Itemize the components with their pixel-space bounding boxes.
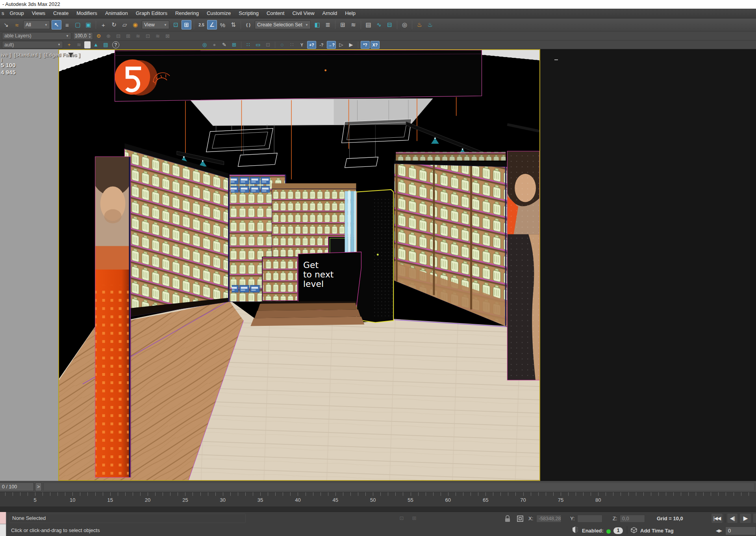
mirror-button[interactable]: ◧ <box>312 20 322 30</box>
time-slider-handle[interactable]: 0 / 100 <box>0 482 34 491</box>
selection-set-dropdown[interactable]: Create Selection Set▼ <box>255 20 311 29</box>
z-coordinate-field[interactable]: 0,0 <box>620 515 645 523</box>
filter-funnel-icon[interactable] <box>68 52 74 58</box>
display-stand[interactable]: Get to next level <box>250 252 364 326</box>
add-time-tag[interactable]: Add Time Tag <box>640 528 674 534</box>
frame-spinner-arrows[interactable]: ◀▶ <box>716 528 722 533</box>
working-pivot-button[interactable]: ◎ <box>200 41 209 49</box>
snaps-toggle-button[interactable]: 2.5 <box>196 20 206 30</box>
scene-canvas[interactable]: Get to next level <box>59 50 539 480</box>
capture-states-icon[interactable]: ⊡ <box>263 41 272 49</box>
snap-dash-icon[interactable]: -? <box>317 41 326 49</box>
layers-stack-icon[interactable]: ≋ <box>74 41 83 49</box>
named-selection-sets-button[interactable]: { } <box>243 20 253 30</box>
play-button[interactable]: ▶ <box>739 513 751 523</box>
freeze-layer-button[interactable]: ≋ <box>153 32 162 40</box>
snap-frozen-button[interactable]: *? <box>361 41 370 49</box>
left-banner-man[interactable] <box>95 157 131 477</box>
schematic-view-button[interactable]: ⊟ <box>385 20 395 30</box>
use-pivot-point-button[interactable]: ⊡ <box>171 20 181 30</box>
select-by-name-button[interactable]: ≡ <box>62 20 72 30</box>
previous-frame-button[interactable]: ◀|| <box>727 513 738 523</box>
set-current-layer-button[interactable]: ⊡ <box>143 32 152 40</box>
layer-manager-button[interactable]: ⚙ <box>94 32 103 40</box>
remove-from-layer-button[interactable]: ⊠ <box>163 32 172 40</box>
edit-pencil-icon[interactable]: ✎ <box>220 41 229 49</box>
selected-column[interactable] <box>357 190 394 323</box>
current-frame-field[interactable]: 0 <box>725 527 756 535</box>
layer-explorer-button[interactable]: ≋ <box>348 20 358 30</box>
right-banner-woman[interactable] <box>507 151 539 380</box>
arrow-filled-icon[interactable]: ▶ <box>346 41 356 49</box>
add-to-layer-button[interactable]: ⊞ <box>124 32 133 40</box>
left-shelving[interactable] <box>124 143 228 317</box>
x-coordinate-field[interactable]: -58348,281 <box>536 515 561 523</box>
menu-item-scripting[interactable]: Scripting <box>235 9 263 18</box>
menu-item-modifiers[interactable]: Modifiers <box>72 9 101 18</box>
select-object-button[interactable]: ↖ <box>52 20 61 30</box>
menu-item-arnold[interactable]: Arnold <box>319 9 341 18</box>
dots-grid-icon[interactable]: ∷ <box>244 41 253 49</box>
listener-script-cell[interactable] <box>0 524 6 536</box>
help-button[interactable]: ? <box>112 41 119 48</box>
listener-log-button[interactable]: ▤ <box>101 41 110 49</box>
perspective-viewport[interactable]: Get to next level <box>58 49 540 481</box>
menu-item-customize[interactable]: Customize <box>203 9 235 18</box>
uv-tiles-icon[interactable]: ⊞ <box>230 41 239 49</box>
layer-percent-spinner[interactable]: 100,0▲▼ <box>73 32 93 40</box>
delete-layer-button[interactable]: ⊟ <box>114 32 123 40</box>
rendered-frame-button[interactable]: ♨ <box>425 20 435 30</box>
material-editor-button[interactable]: ◎ <box>400 20 410 30</box>
maxscript-mini-listener[interactable] <box>0 512 6 536</box>
left-viewport[interactable] <box>0 49 58 481</box>
active-layer-dropdown[interactable]: ault)▼ <box>2 41 63 48</box>
menu-item-s[interactable]: s <box>0 9 6 18</box>
rectangular-selection-button[interactable]: ▢ <box>73 20 83 30</box>
security-shield-icon[interactable] <box>572 526 579 533</box>
menu-item-group[interactable]: Group <box>6 9 28 18</box>
snap-slider-button[interactable]: →? <box>327 41 336 49</box>
store-fascia[interactable] <box>115 50 482 102</box>
align-button[interactable]: ≣ <box>323 20 333 30</box>
time-ruler[interactable]: 5101520253035404550556065707580 <box>0 492 756 506</box>
menu-item-views[interactable]: Views <box>28 9 49 18</box>
create-layer-button[interactable]: ⊕ <box>104 32 113 40</box>
menu-item-content[interactable]: Content <box>263 9 289 18</box>
menu-item-civil-view[interactable]: Civil View <box>288 9 318 18</box>
arrow-outline-icon[interactable]: ▷ <box>337 41 346 49</box>
angle-snap-button[interactable]: ∠ <box>207 20 217 30</box>
menu-item-rendering[interactable]: Rendering <box>171 9 203 18</box>
crossing-selection-button[interactable]: ▣ <box>83 20 93 30</box>
add-selection-to-layer-button[interactable]: + <box>65 41 74 49</box>
y-coordinate-field[interactable] <box>577 515 602 523</box>
measure-ruler-icon[interactable]: ▭ <box>254 41 263 49</box>
soft-selection-icon[interactable]: ◌ <box>278 41 287 49</box>
select-and-move-button[interactable]: + <box>98 20 108 30</box>
render-setup-button[interactable]: ♨ <box>415 20 424 30</box>
sphere-icon[interactable]: ● <box>210 41 219 49</box>
lock-icon[interactable] <box>505 515 510 522</box>
populate-button[interactable]: ▲ <box>91 41 100 49</box>
curve-editor-button[interactable]: ∿ <box>374 20 384 30</box>
menu-item-animation[interactable]: Animation <box>101 9 132 18</box>
next-frame-partial-button[interactable]: || <box>753 513 756 523</box>
time-slider-track[interactable] <box>43 482 754 491</box>
percent-snap-button[interactable]: % <box>218 20 228 30</box>
select-in-layer-button[interactable]: ≋ <box>133 32 143 40</box>
menu-item-create[interactable]: Create <box>49 9 72 18</box>
select-and-place-button[interactable]: ◉ <box>130 20 140 30</box>
selection-filter-dropdown[interactable]: All▼ <box>23 20 50 29</box>
isolate-selection-toggle[interactable]: ⊡ <box>397 514 406 522</box>
layer-list-dropdown[interactable]: able Layers)▼ <box>2 32 71 40</box>
ik-chain-icon[interactable]: Y <box>297 41 306 49</box>
next-frame-button[interactable]: > <box>35 482 42 491</box>
snap-x-button[interactable]: X? <box>371 41 380 49</box>
snap-plus-button[interactable]: +? <box>307 41 316 49</box>
grid-snap-icon[interactable]: ∷ <box>287 41 296 49</box>
ribbon-toggle-button[interactable]: ▤ <box>363 20 373 30</box>
select-and-manipulate-button[interactable]: ⊞ <box>182 20 191 30</box>
select-and-scale-button[interactable]: ▱ <box>120 20 130 30</box>
select-and-rotate-button[interactable]: ↻ <box>109 20 119 30</box>
selection-lock-toggle[interactable]: ⊞ <box>410 514 419 522</box>
absolute-offset-toggle[interactable] <box>517 515 524 522</box>
